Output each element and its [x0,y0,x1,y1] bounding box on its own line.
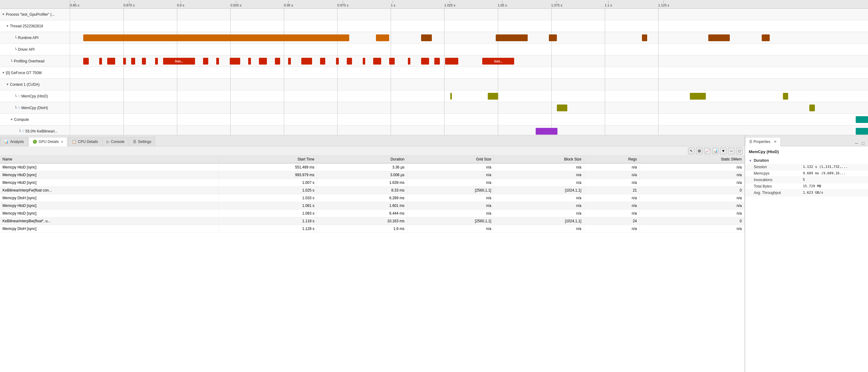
column-header-start-time[interactable]: Start Time [219,155,317,163]
timeline-bar[interactable] [123,58,126,64]
table-row[interactable]: Memcpy DtoH [sync]1.128 s1.6 msn/an/an/a… [0,225,745,233]
expand-icon[interactable]: ▼ [10,118,13,121]
timeline-bar[interactable] [434,58,439,64]
table-row[interactable]: Memcpy HtoD [sync]1.081 s1.601 msn/an/an… [0,202,745,210]
timeline-bar[interactable] [131,58,135,64]
properties-tab-close[interactable]: ✕ [774,140,777,144]
grid-view-button[interactable]: ⊞ [696,148,703,154]
timeline-bar[interactable] [421,58,429,64]
timeline-bar[interactable] [549,34,557,41]
column-header-grid-size[interactable]: Grid Size [407,155,494,163]
gpu-details-table[interactable]: NameStart TimeDurationGrid SizeBlock Siz… [0,155,745,372]
tab-cpu-details[interactable]: 📋CPU Details [68,137,102,146]
grid-line [391,9,391,20]
expand-icon[interactable]: ▼ [2,71,5,75]
table-row[interactable]: KeBilinearInterpBw(float*, u...1.118 s10… [0,217,745,225]
timeline-bar[interactable] [642,34,647,41]
tree-row[interactable]: └ Runtime API [0,32,868,44]
grid-line [551,90,552,102]
tree-row[interactable]: └ Profiling OverheadInst...Inst... [0,55,868,67]
timeline-bar[interactable] [142,58,146,64]
chart2-button[interactable]: 📊 [712,148,719,154]
timeline-bar[interactable] [783,93,788,99]
timeline-bar[interactable] [408,58,411,64]
cursor-tool-button[interactable]: ↖ [688,148,695,154]
expand-icon[interactable]: ▼ [6,24,9,28]
column-header-regs[interactable]: Regs [584,155,640,163]
grid-line [391,44,391,55]
tree-row[interactable]: ▼Process "test_GpuProfiler" (... [0,9,868,20]
timeline-bar[interactable] [445,58,458,64]
timeline-bar[interactable] [708,34,730,41]
expand-icon[interactable]: ▼ [6,83,9,86]
filter-button[interactable]: ▼ [720,148,727,154]
tab-gpu-details[interactable]: 🟢GPU Details✕ [29,137,67,146]
column-header-static-smem[interactable]: Static SMem [640,155,744,163]
props-maximize-button[interactable]: □ [861,141,866,146]
timeline-bar[interactable] [259,58,267,64]
tree-row[interactable]: └ ▽55.0% KeBilinearl... [0,125,868,135]
timeline-bar[interactable] [248,58,251,64]
props-row: Invocations5 [745,177,868,183]
timeline-bar[interactable] [83,58,89,64]
table-row[interactable]: Memcpy HtoD [sync]1.007 s1.639 msn/an/an… [0,179,745,187]
timeline-bar[interactable] [557,105,568,111]
timeline-bar[interactable] [288,58,291,64]
timeline-bar[interactable] [83,34,349,41]
timeline-bar[interactable] [155,58,158,64]
column-header-name[interactable]: Name [0,155,219,163]
tree-row[interactable]: └ ▽MemCpy (DtoH) [0,102,868,114]
timeline-bar[interactable] [373,58,381,64]
properties-tab[interactable]: ☰ Properties ✕ [745,137,781,146]
timeline-bar[interactable] [275,58,280,64]
tab-close-button[interactable]: ✕ [61,140,63,144]
timeline-bar[interactable] [421,34,432,41]
timeline-bar[interactable] [450,93,452,99]
timeline-bar[interactable] [809,105,814,111]
tree-row[interactable]: ▼Thread 2522362816 [0,20,868,32]
tree-row[interactable]: ▼Compute [0,114,868,125]
timeline-bar[interactable] [363,58,366,64]
timeline-bar-teal[interactable] [856,116,868,123]
timeline-bar[interactable] [496,34,528,41]
tab-settings[interactable]: ☰Settings [129,137,155,146]
table-row[interactable]: Memcpy DtoH [sync]1.033 s6.289 msn/an/an… [0,194,745,202]
timeline-bar[interactable] [536,128,558,135]
timeline-bar[interactable] [99,58,102,64]
timeline-bar[interactable]: Inst... [163,58,195,64]
table-row[interactable]: KeBilinearInterpFw(float con...1.025 s8.… [0,187,745,194]
timeline-bar[interactable]: Inst... [482,58,514,64]
table-row[interactable]: Memcpy HtoD [sync]993.979 ms3.008 µsn/an… [0,171,745,179]
table-row[interactable]: Memcpy HtoD [sync]551.489 ms3.36 µsn/an/… [0,163,745,171]
minimize-button[interactable]: ─ [728,148,735,154]
timeline-bar[interactable] [762,34,770,41]
timeline-bar[interactable] [389,58,394,64]
tab-analysis[interactable]: 📊Analysis [0,137,28,146]
timeline-bar[interactable] [216,58,219,64]
tree-row[interactable]: ▼[0] GeForce GT 750M [0,67,868,79]
expand-icon[interactable]: ▼ [2,12,5,16]
tab-console[interactable]: ▷Console [102,137,128,146]
timeline-bar[interactable] [376,34,389,41]
timeline-bar[interactable] [230,58,241,64]
column-header-duration[interactable]: Duration [317,155,407,163]
timeline-bar[interactable] [347,58,352,64]
props-section-header[interactable]: ▼Duration [745,157,868,164]
timeline-bar[interactable] [336,58,339,64]
table-row[interactable]: Memcpy HtoD [sync]1.083 s6.444 msn/an/an… [0,210,745,217]
timeline-bar[interactable] [203,58,208,64]
tree-row[interactable]: ▼Context 1 (CUDA) [0,79,868,90]
timeline-bar[interactable] [488,93,498,99]
chart-button[interactable]: 📈 [704,148,711,154]
timeline-bar-teal[interactable] [856,128,868,135]
tree-row[interactable]: └ Driver API [0,44,868,55]
row-label-text: Driver API [18,47,35,52]
props-minimize-button[interactable]: ─ [854,141,859,146]
timeline-bar[interactable] [320,58,325,64]
timeline-bar[interactable] [107,58,115,64]
timeline-bar[interactable] [690,93,706,99]
timeline-bar[interactable] [301,58,312,64]
column-header-block-size[interactable]: Block Size [494,155,584,163]
tree-row[interactable]: └ ▽MemCpy (HtoD) [0,90,868,102]
maximize-button[interactable]: □ [736,148,743,154]
